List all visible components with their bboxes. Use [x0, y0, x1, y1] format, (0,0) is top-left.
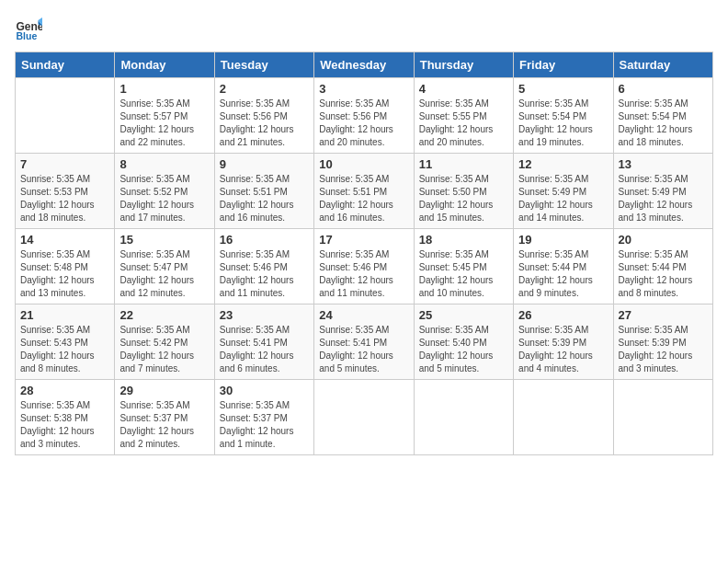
calendar-cell: 28Sunrise: 5:35 AM Sunset: 5:38 PM Dayli… [16, 380, 115, 455]
calendar-cell: 6Sunrise: 5:35 AM Sunset: 5:54 PM Daylig… [613, 78, 712, 154]
cell-info: Sunrise: 5:35 AM Sunset: 5:55 PM Dayligh… [419, 98, 508, 149]
calendar-cell [314, 380, 414, 455]
day-number: 7 [20, 157, 109, 171]
day-header-wednesday: Wednesday [314, 52, 414, 78]
cell-info: Sunrise: 5:35 AM Sunset: 5:39 PM Dayligh… [619, 324, 708, 375]
svg-text:Blue: Blue [17, 30, 38, 41]
calendar-cell [613, 380, 712, 455]
day-number: 26 [518, 308, 608, 322]
cell-info: Sunrise: 5:35 AM Sunset: 5:45 PM Dayligh… [419, 248, 508, 300]
calendar-week-row: 21Sunrise: 5:35 AM Sunset: 5:43 PM Dayli… [16, 304, 713, 380]
cell-info: Sunrise: 5:35 AM Sunset: 5:48 PM Dayligh… [20, 248, 109, 300]
day-number: 15 [119, 233, 209, 247]
calendar-cell [514, 380, 613, 455]
day-number: 2 [220, 82, 309, 96]
day-number: 29 [119, 384, 209, 397]
calendar-cell: 8Sunrise: 5:35 AM Sunset: 5:52 PM Daylig… [115, 154, 214, 229]
calendar-cell: 22Sunrise: 5:35 AM Sunset: 5:42 PM Dayli… [115, 304, 214, 380]
cell-info: Sunrise: 5:35 AM Sunset: 5:37 PM Dayligh… [220, 399, 309, 451]
calendar-cell: 19Sunrise: 5:35 AM Sunset: 5:44 PM Dayli… [514, 229, 613, 304]
day-number: 19 [518, 233, 608, 247]
cell-info: Sunrise: 5:35 AM Sunset: 5:57 PM Dayligh… [119, 98, 209, 149]
cell-info: Sunrise: 5:35 AM Sunset: 5:43 PM Dayligh… [20, 324, 109, 375]
calendar-cell: 11Sunrise: 5:35 AM Sunset: 5:50 PM Dayli… [414, 154, 513, 229]
day-number: 30 [220, 384, 309, 397]
day-number: 21 [20, 308, 109, 322]
day-header-friday: Friday [514, 52, 613, 78]
day-number: 25 [419, 308, 508, 322]
day-number: 14 [20, 233, 109, 247]
cell-info: Sunrise: 5:35 AM Sunset: 5:46 PM Dayligh… [319, 248, 408, 300]
cell-info: Sunrise: 5:35 AM Sunset: 5:52 PM Dayligh… [119, 173, 209, 224]
cell-info: Sunrise: 5:35 AM Sunset: 5:56 PM Dayligh… [220, 98, 309, 149]
day-number: 18 [419, 233, 508, 247]
cell-info: Sunrise: 5:35 AM Sunset: 5:44 PM Dayligh… [518, 248, 608, 300]
calendar-cell: 29Sunrise: 5:35 AM Sunset: 5:37 PM Dayli… [115, 380, 214, 455]
calendar-cell: 7Sunrise: 5:35 AM Sunset: 5:53 PM Daylig… [16, 154, 115, 229]
calendar-cell: 27Sunrise: 5:35 AM Sunset: 5:39 PM Dayli… [613, 304, 712, 380]
day-number: 12 [518, 157, 608, 171]
day-number: 8 [119, 157, 209, 171]
cell-info: Sunrise: 5:35 AM Sunset: 5:40 PM Dayligh… [419, 324, 508, 375]
cell-info: Sunrise: 5:35 AM Sunset: 5:46 PM Dayligh… [220, 248, 309, 300]
calendar-body: 1Sunrise: 5:35 AM Sunset: 5:57 PM Daylig… [16, 78, 713, 455]
day-number: 10 [319, 157, 408, 171]
cell-info: Sunrise: 5:35 AM Sunset: 5:41 PM Dayligh… [220, 324, 309, 375]
day-number: 23 [220, 308, 309, 322]
calendar-cell: 2Sunrise: 5:35 AM Sunset: 5:56 PM Daylig… [214, 78, 313, 154]
day-header-sunday: Sunday [16, 52, 115, 78]
cell-info: Sunrise: 5:35 AM Sunset: 5:51 PM Dayligh… [319, 173, 408, 224]
calendar-week-row: 1Sunrise: 5:35 AM Sunset: 5:57 PM Daylig… [16, 78, 713, 154]
cell-info: Sunrise: 5:35 AM Sunset: 5:41 PM Dayligh… [319, 324, 408, 375]
calendar-week-row: 28Sunrise: 5:35 AM Sunset: 5:38 PM Dayli… [16, 380, 713, 455]
day-header-monday: Monday [115, 52, 214, 78]
calendar-cell: 16Sunrise: 5:35 AM Sunset: 5:46 PM Dayli… [214, 229, 313, 304]
calendar-week-row: 14Sunrise: 5:35 AM Sunset: 5:48 PM Dayli… [16, 229, 713, 304]
cell-info: Sunrise: 5:35 AM Sunset: 5:56 PM Dayligh… [319, 98, 408, 149]
calendar-cell: 10Sunrise: 5:35 AM Sunset: 5:51 PM Dayli… [314, 154, 414, 229]
calendar-cell: 5Sunrise: 5:35 AM Sunset: 5:54 PM Daylig… [514, 78, 613, 154]
calendar-cell: 17Sunrise: 5:35 AM Sunset: 5:46 PM Dayli… [314, 229, 414, 304]
day-number: 4 [419, 82, 508, 96]
cell-info: Sunrise: 5:35 AM Sunset: 5:54 PM Dayligh… [619, 98, 708, 149]
day-number: 11 [419, 157, 508, 171]
calendar-cell: 9Sunrise: 5:35 AM Sunset: 5:51 PM Daylig… [214, 154, 313, 229]
day-number: 20 [619, 233, 708, 247]
cell-info: Sunrise: 5:35 AM Sunset: 5:49 PM Dayligh… [518, 173, 608, 224]
calendar-cell: 21Sunrise: 5:35 AM Sunset: 5:43 PM Dayli… [16, 304, 115, 380]
page-header: General Blue [15, 15, 713, 42]
logo: General Blue [15, 15, 46, 42]
calendar-cell: 23Sunrise: 5:35 AM Sunset: 5:41 PM Dayli… [214, 304, 313, 380]
calendar-table: SundayMondayTuesdayWednesdayThursdayFrid… [15, 52, 713, 455]
cell-info: Sunrise: 5:35 AM Sunset: 5:37 PM Dayligh… [119, 399, 209, 451]
calendar-cell: 18Sunrise: 5:35 AM Sunset: 5:45 PM Dayli… [414, 229, 513, 304]
day-number: 9 [220, 157, 309, 171]
day-number: 27 [619, 308, 708, 322]
cell-info: Sunrise: 5:35 AM Sunset: 5:38 PM Dayligh… [20, 399, 109, 451]
day-header-thursday: Thursday [414, 52, 513, 78]
calendar-cell [414, 380, 513, 455]
day-number: 22 [119, 308, 209, 322]
calendar-cell: 1Sunrise: 5:35 AM Sunset: 5:57 PM Daylig… [115, 78, 214, 154]
cell-info: Sunrise: 5:35 AM Sunset: 5:50 PM Dayligh… [419, 173, 508, 224]
day-number: 3 [319, 82, 408, 96]
cell-info: Sunrise: 5:35 AM Sunset: 5:42 PM Dayligh… [119, 324, 209, 375]
day-number: 17 [319, 233, 408, 247]
day-header-saturday: Saturday [613, 52, 712, 78]
calendar-cell: 25Sunrise: 5:35 AM Sunset: 5:40 PM Dayli… [414, 304, 513, 380]
logo-icon: General Blue [15, 15, 42, 42]
day-number: 13 [619, 157, 708, 171]
cell-info: Sunrise: 5:35 AM Sunset: 5:44 PM Dayligh… [619, 248, 708, 300]
calendar-cell: 3Sunrise: 5:35 AM Sunset: 5:56 PM Daylig… [314, 78, 414, 154]
cell-info: Sunrise: 5:35 AM Sunset: 5:39 PM Dayligh… [518, 324, 608, 375]
calendar-cell [16, 78, 115, 154]
day-number: 1 [119, 82, 209, 96]
calendar-week-row: 7Sunrise: 5:35 AM Sunset: 5:53 PM Daylig… [16, 154, 713, 229]
cell-info: Sunrise: 5:35 AM Sunset: 5:51 PM Dayligh… [220, 173, 309, 224]
day-number: 6 [619, 82, 708, 96]
day-number: 16 [220, 233, 309, 247]
calendar-cell: 4Sunrise: 5:35 AM Sunset: 5:55 PM Daylig… [414, 78, 513, 154]
calendar-header-row: SundayMondayTuesdayWednesdayThursdayFrid… [16, 52, 713, 78]
calendar-cell: 20Sunrise: 5:35 AM Sunset: 5:44 PM Dayli… [613, 229, 712, 304]
calendar-cell: 12Sunrise: 5:35 AM Sunset: 5:49 PM Dayli… [514, 154, 613, 229]
